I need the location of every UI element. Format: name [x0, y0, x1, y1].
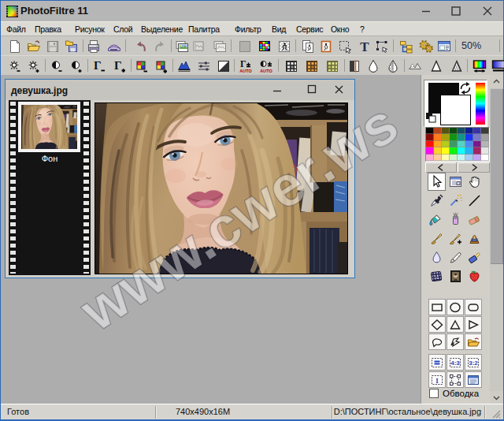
svg-text:Γ: Γ	[94, 59, 102, 72]
svg-text:T: T	[360, 39, 369, 54]
svg-text:Γ: Γ	[240, 58, 246, 69]
svg-text:AUTO: AUTO	[260, 69, 272, 73]
svg-text:AUTO: AUTO	[239, 69, 252, 73]
svg-text:Γ: Γ	[114, 59, 122, 72]
svg-text:4:3: 4:3	[450, 360, 460, 367]
svg-text:3:2: 3:2	[469, 360, 478, 367]
svg-text:I: I	[435, 376, 439, 384]
